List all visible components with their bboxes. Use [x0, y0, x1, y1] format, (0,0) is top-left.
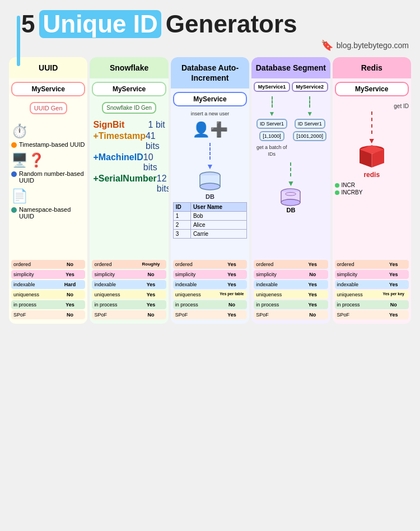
incr-dot-2: [335, 190, 339, 195]
col-uuid: UUID MyService UUID Gen ⏱️ Timestamp-bas: [9, 57, 87, 324]
snow-uniqueness-label: uniqueness: [92, 290, 136, 299]
redis-incr-row-1: INCR: [335, 182, 409, 188]
dbauto-service-label: MyService: [193, 95, 226, 103]
redis-ordered-label: ordered: [335, 260, 379, 269]
seg-idserver2-label: ID Server1: [295, 119, 325, 129]
dbauto-stat-indexable: indexable Yes: [173, 280, 247, 289]
dbauto-spof-label: SPoF: [173, 310, 217, 319]
snowflake-header: Snowflake: [90, 57, 168, 78]
uuid-indexable-label: indexable: [11, 280, 55, 289]
dbseg-spof-value: No: [297, 310, 328, 319]
redis-stat-simplicity: simplicity Yes: [335, 270, 409, 279]
uuid-process-label: in process: [11, 300, 55, 309]
dbauto-simplicity-value: Yes: [217, 270, 248, 279]
redis-stat-spof: SPoF Yes: [335, 310, 409, 319]
redis-indexable-value: Yes: [378, 280, 409, 289]
dbseg-stat-spof: SPoF No: [254, 310, 328, 319]
dbauto-indexable-label: indexable: [173, 280, 217, 289]
dbauto-process-value: No: [217, 300, 248, 309]
seg-down-arrow: ▼: [287, 179, 295, 188]
table-row: 1 Bob: [173, 212, 246, 221]
svg-point-10: [286, 192, 296, 195]
redis-process-value: No: [378, 300, 409, 309]
random-icon: 🖥️❓: [11, 152, 45, 168]
dbauto-stat-spof: SPoF Yes: [173, 310, 247, 319]
uuid-inner-box: UUID Gen: [30, 102, 67, 114]
dbseg-process-label: in process: [254, 300, 297, 309]
seg-idserver1-range: [1,1000]: [259, 131, 284, 141]
title-highlight: Unique ID: [39, 10, 161, 38]
redis-stat-ordered: ordered Yes: [335, 260, 409, 269]
dbauto-db-label: DB: [206, 193, 214, 200]
snow-stat-uniqueness: uniqueness Yes: [92, 290, 166, 299]
uuid-ordered-label: ordered: [11, 260, 55, 269]
dbauto-ordered-label: ordered: [173, 260, 217, 269]
uuid-simplicity-value: Yes: [55, 270, 86, 279]
dbauto-header: Database Auto-Increment: [171, 57, 249, 88]
col-snowflake: Snowflake MyService Snowflake ID Gen Sig…: [90, 57, 168, 324]
seg-db-label: DB: [286, 207, 295, 213]
seg-batch-labels: get a batch of IDs: [254, 145, 328, 157]
uuid-service-box: MyService: [11, 82, 85, 96]
dbauto-arrow-1-head: ▼: [206, 162, 214, 171]
redis-stats: ordered Yes simplicity Yes indexable Yes…: [335, 257, 409, 320]
redis-logo-svg: [358, 145, 386, 171]
page-header: 5 Unique ID Generators 🔖 blog.bytebytego…: [6, 6, 414, 54]
dbauto-stat-uniqueness: uniqueness Yes per table: [173, 290, 247, 299]
snow-process-label: in process: [92, 300, 136, 309]
uuid-bullet-2-icon: 🖥️❓: [11, 152, 85, 168]
dbauto-spof-value: Yes: [217, 310, 248, 319]
seg-db-svg: [280, 188, 301, 207]
uuid-bullet-3-label: Namespace-based UUID: [19, 206, 85, 220]
redis-stat-uniqueness: uniqueness Yes per key: [335, 290, 409, 299]
redis-stat-process: in process No: [335, 300, 409, 309]
seg-batch-1: get a batch of IDs: [254, 145, 290, 157]
dbauto-table: ID User Name 1 Bob 2 Alice: [173, 202, 247, 239]
seg-dash-2: [309, 96, 310, 108]
dbauto-col-name: User Name: [190, 203, 246, 212]
snow-simplicity-label: simplicity: [92, 270, 136, 279]
redis-incr-row-2: INCRBY: [335, 189, 409, 195]
redis-uniqueness-label: uniqueness: [335, 290, 379, 299]
dbauto-arrow-1: [209, 143, 211, 160]
dbseg-stat-simplicity: simplicity No: [254, 270, 328, 279]
title-number: 5: [21, 10, 35, 38]
uuid-ordered-value: No: [55, 260, 86, 269]
dbseg-stat-ordered: ordered Yes: [254, 260, 328, 269]
snow-serial-label: +SerialNumber: [93, 174, 156, 194]
clock-icon: ⏱️: [11, 123, 28, 139]
dbauto-insert-label: insert a new user: [191, 111, 230, 117]
uuid-stats: ordered No simplicity Yes indexable Hard…: [11, 257, 85, 320]
redis-process-label: in process: [335, 300, 379, 309]
snow-simplicity-value: No: [136, 270, 166, 279]
title-rest: Generators: [166, 10, 297, 38]
row3-id: 3: [173, 230, 190, 239]
svg-point-7: [281, 199, 300, 205]
dbseg-server-col-2: ▼ ID Server1 [1001,2000]: [292, 94, 328, 142]
dbseg-ordered-label: ordered: [254, 260, 297, 269]
snow-stat-simplicity: simplicity No: [92, 270, 166, 279]
bullet-dot-teal: [11, 207, 17, 213]
dbseg-indexable-value: Yes: [297, 280, 328, 289]
snowflake-inner-box: Snowflake ID Gen: [102, 102, 156, 114]
dbseg-ordered-value: Yes: [297, 260, 328, 269]
bullet-dot-orange: [11, 142, 17, 148]
title-wrapper: 5 Unique ID Generators: [11, 10, 409, 38]
snow-spof-value: No: [136, 310, 166, 319]
uuid-stat-ordered: ordered No: [11, 260, 85, 269]
redis-service-label: MyService: [355, 85, 388, 93]
snowflake-inner-label: Snowflake ID Gen: [106, 105, 152, 111]
col-redis: Redis MyService get ID ▼: [333, 57, 411, 324]
col-db-auto: Database Auto-Increment MyService insert…: [171, 57, 249, 324]
snow-signbit-row: SignBit 1 bit: [92, 119, 166, 131]
table-row: 2 Alice: [173, 221, 246, 230]
dbseg-header: Database Segment: [251, 57, 330, 78]
table-row: 3 Carrie: [173, 230, 246, 239]
uuid-indexable-value: Hard: [55, 280, 86, 289]
uuid-stat-simplicity: simplicity Yes: [11, 270, 85, 279]
redis-title: Redis: [361, 63, 382, 72]
snow-stat-spof: SPoF No: [92, 310, 166, 319]
incr-dot-1: [335, 183, 339, 188]
dbseg-simplicity-label: simplicity: [254, 270, 297, 279]
redis-indexable-label: indexable: [335, 280, 379, 289]
